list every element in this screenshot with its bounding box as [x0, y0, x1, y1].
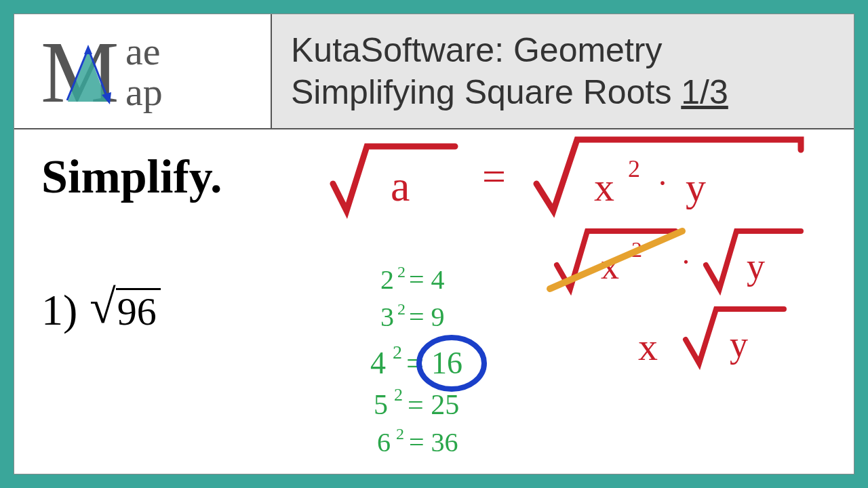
- svg-text:a: a: [391, 162, 410, 210]
- svg-text:16: 16: [431, 346, 462, 380]
- svg-text:= 25: = 25: [408, 389, 459, 420]
- title-line-1: KutaSoftware: Geometry: [291, 29, 854, 72]
- svg-text:x: x: [594, 165, 614, 209]
- svg-text:2: 2: [393, 342, 402, 363]
- svg-text:y: y: [686, 165, 706, 209]
- title-fraction: 1/3: [681, 73, 728, 111]
- sqrt-a-expression: a: [333, 146, 455, 211]
- svg-text:2: 2: [628, 155, 640, 182]
- svg-text:·: ·: [682, 245, 690, 279]
- handwriting-overlay: a = x 2 · y x 2 · y: [14, 129, 855, 475]
- logo-ap-text: ap: [125, 70, 163, 114]
- svg-text:x: x: [638, 325, 658, 369]
- perfect-squares-list: 22 = 4 32 = 9 42 = 16 52 = 25 62 = 36: [370, 263, 462, 458]
- svg-text:6: 6: [377, 427, 391, 458]
- result-expression: x y: [638, 309, 784, 369]
- video-slide: M ae ap KutaSoftware: Geometry Simplifyi…: [14, 14, 854, 474]
- svg-text:2: 2: [397, 263, 406, 281]
- sqrt-x2y-expression: x 2 · y: [536, 140, 801, 211]
- equals-sign: =: [482, 153, 506, 199]
- svg-text:= 36: = 36: [409, 427, 458, 458]
- svg-text:5: 5: [374, 389, 388, 420]
- svg-text:2: 2: [380, 264, 394, 295]
- svg-text:4: 4: [370, 346, 386, 380]
- svg-text:2: 2: [397, 300, 406, 318]
- maemap-logo: M ae ap: [41, 27, 244, 115]
- svg-text:y: y: [747, 246, 765, 287]
- title-line-2-text: Simplifying Square Roots: [291, 73, 681, 111]
- svg-text:3: 3: [380, 302, 394, 332]
- logo-cell: M ae ap: [14, 14, 272, 128]
- step-2-expression: x 2 · y: [550, 231, 801, 289]
- title-line-2: Simplifying Square Roots 1/3: [291, 71, 854, 114]
- svg-text:·: ·: [658, 165, 667, 201]
- svg-text:= 4: = 4: [409, 264, 445, 295]
- title-cell: KutaSoftware: Geometry Simplifying Squar…: [272, 14, 854, 128]
- svg-text:= 9: = 9: [409, 302, 445, 332]
- logo-ae-text: ae: [125, 29, 161, 73]
- svg-text:2: 2: [396, 425, 404, 443]
- header-row: M ae ap KutaSoftware: Geometry Simplifyi…: [14, 14, 854, 129]
- svg-text:y: y: [730, 324, 748, 365]
- svg-text:2: 2: [394, 385, 403, 405]
- content-area: Simplify. 1) √ 96 a = x 2 · y: [14, 129, 854, 475]
